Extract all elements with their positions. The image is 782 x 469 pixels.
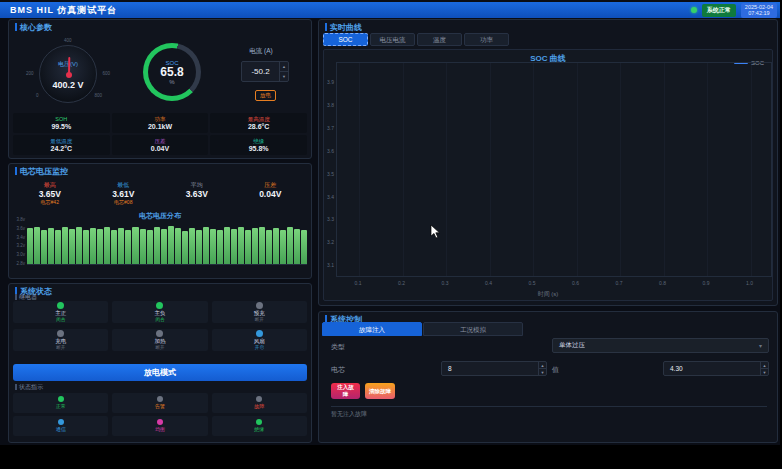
voltage-bar <box>161 229 167 264</box>
indicator-tile: 故障 <box>212 393 307 413</box>
axis-tick-label: 3.5 <box>324 171 334 177</box>
axis-tick-label: 3.8v <box>11 217 25 222</box>
panel-core-params: 核心参数 400 200 600 0 800 电压(V) 400.2 V SOC… <box>8 19 312 159</box>
discharge-mode-button[interactable]: 放电模式 <box>13 364 307 381</box>
voltage-bar <box>125 230 131 264</box>
stat-value: 99.5% <box>51 123 71 131</box>
current-stepper[interactable]: ▲▼ <box>279 62 288 81</box>
fault-value-input[interactable]: 4.30 ▲▼ <box>663 361 769 376</box>
voltage-bar <box>231 229 237 264</box>
inject-fault-button[interactable]: 注入故障 <box>331 383 360 399</box>
cell-voltage-bar-chart <box>27 221 307 265</box>
clear-fault-button[interactable]: 清除故障 <box>365 383 395 399</box>
axis-tick-label: 3.4 <box>324 194 334 200</box>
axis-tick-label: 0.7 <box>612 280 626 286</box>
axis-tick-label: 0.9 <box>699 280 713 286</box>
gridline <box>620 63 621 276</box>
core-stat-cell: 压差0.04V <box>112 135 209 155</box>
cell-number-input[interactable]: 8 ▲▼ <box>441 361 547 376</box>
indicator-label: 故障 <box>254 403 264 410</box>
stepper-up-icon[interactable]: ▲ <box>280 62 288 71</box>
voltage-bar <box>294 229 300 264</box>
stat-label: 压差 <box>154 138 165 145</box>
fault-value-value[interactable]: 4.30 <box>664 365 760 372</box>
voltage-bar <box>154 227 160 264</box>
stat-value: 3.63V <box>186 189 208 199</box>
indicator-label: 正常 <box>56 403 66 410</box>
current-input[interactable]: -50.2 ▲▼ <box>241 61 289 82</box>
indicator-tile: 告警 <box>112 393 207 413</box>
indicator-label: 告警 <box>155 403 165 410</box>
tab-温度[interactable]: 温度 <box>417 33 462 46</box>
axis-tick-label: 3.0v <box>11 252 25 257</box>
curves-section-title: 实时曲线 <box>325 22 362 33</box>
tab-工况模拟[interactable]: 工况模拟 <box>423 322 523 336</box>
relay-state-text: 断开 <box>255 317 264 323</box>
axis-tick-label: 0.4 <box>482 280 496 286</box>
core-stats-grid: SOH99.5%功率20.1kW最高温度28.6°C最低温度24.2°C压差0.… <box>13 113 307 155</box>
stepper-down-icon[interactable]: ▼ <box>539 368 546 375</box>
axis-tick-label: 0.3 <box>438 280 452 286</box>
voltage-bar <box>203 227 209 264</box>
voltage-bar <box>189 228 195 264</box>
voltage-bar <box>140 229 146 264</box>
relay-label: 风扇 <box>254 338 265 345</box>
axis-tick-label: 3.3 <box>324 216 334 222</box>
type-label: 类型 <box>331 342 345 352</box>
cell-section-title: 电芯电压监控 <box>15 166 68 177</box>
tab-SOC[interactable]: SOC <box>323 33 368 46</box>
stat-label: 最低 <box>117 181 129 189</box>
voltage-bar <box>147 230 153 264</box>
voltage-bar <box>301 230 307 264</box>
soc-unit: % <box>169 79 174 85</box>
relay-label: 主负 <box>154 310 165 317</box>
indicator-tile: 通信 <box>13 416 108 436</box>
stat-value: 20.1kW <box>148 123 172 131</box>
panel-system-control: 系统控制 故障注入工况模拟 类型 单体过压 ▾ 电芯 8 ▲▼ 值 4.30 ▲… <box>318 311 778 443</box>
voltage-bar <box>97 229 103 264</box>
voltage-gauge: 400 200 600 0 800 电压(V) 400.2 V <box>39 45 97 103</box>
relay-label: 加热 <box>154 338 165 345</box>
stepper-down-icon[interactable]: ▼ <box>280 71 288 81</box>
stepper-down-icon[interactable]: ▼ <box>761 368 768 375</box>
voltage-bar <box>224 227 230 264</box>
no-fault-text: 暂无注入故障 <box>331 410 367 419</box>
core-stat-cell: SOH99.5% <box>13 113 110 133</box>
cell-number-stepper[interactable]: ▲▼ <box>538 362 546 375</box>
cell-number-value[interactable]: 8 <box>442 365 538 372</box>
current-value[interactable]: -50.2 <box>242 67 279 76</box>
indicator-dot <box>256 419 262 425</box>
stat-sublabel: 电芯#42 <box>41 199 59 206</box>
tab-功率[interactable]: 功率 <box>464 33 509 46</box>
voltage-bar <box>252 228 258 264</box>
stat-label: 绝缘 <box>253 138 264 145</box>
fault-value-stepper[interactable]: ▲▼ <box>760 362 768 375</box>
soc-ring-gauge: SOC 65.8 % <box>143 43 201 101</box>
voltage-bar <box>76 227 82 264</box>
voltage-bar <box>266 230 272 264</box>
voltage-bar <box>175 228 181 264</box>
tab-故障注入[interactable]: 故障注入 <box>322 322 422 336</box>
axis-tick-label: 3.2v <box>11 243 25 248</box>
gridline <box>490 63 491 276</box>
voltage-bar <box>238 227 244 264</box>
relay-tile: 风扇开启 <box>212 329 307 351</box>
relay-state-text: 闭合 <box>155 317 164 323</box>
indicator-group-title: 状态指示 <box>15 383 43 392</box>
stat-label: 最高 <box>44 181 56 189</box>
x-axis-title: 时间 (s) <box>324 290 772 299</box>
axis-tick-label: 3.8 <box>324 102 334 108</box>
voltage-bar <box>196 230 202 264</box>
axis-tick-label: 0.6 <box>569 280 583 286</box>
tab-电压电流[interactable]: 电压电流 <box>370 33 415 46</box>
stat-label: 功率 <box>154 116 165 123</box>
relay-label: 主正 <box>55 310 66 317</box>
online-status-dot <box>691 7 697 13</box>
gridline <box>664 63 665 276</box>
cell-stat: 最低3.61V电芯#08 <box>87 177 161 209</box>
chevron-down-icon: ▾ <box>759 342 762 349</box>
relay-tile: 主负闭合 <box>112 301 207 323</box>
panel-cell-voltage: 电芯电压监控 最高3.65V电芯#42最低3.61V电芯#08平均3.63V压差… <box>8 163 312 279</box>
indicator-tile: 均衡 <box>112 416 207 436</box>
fault-type-select[interactable]: 单体过压 ▾ <box>552 338 769 353</box>
